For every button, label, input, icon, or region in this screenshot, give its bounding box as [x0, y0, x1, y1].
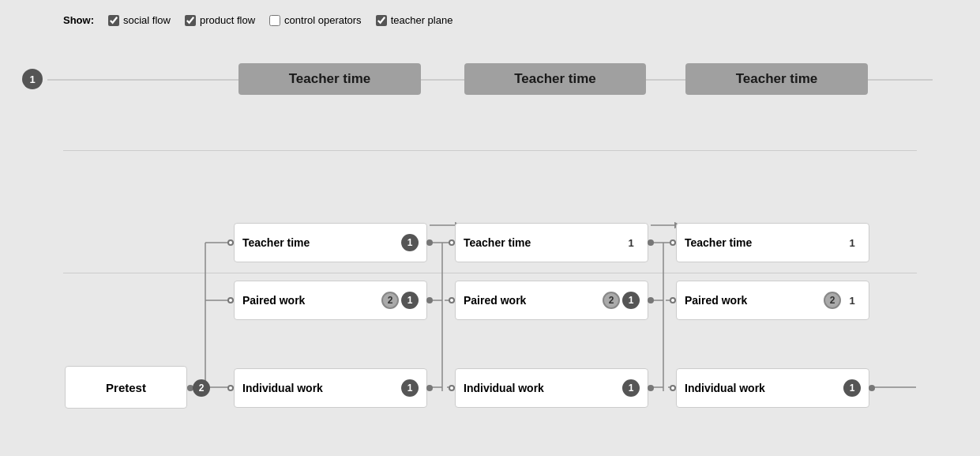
col2-iw-right-dot — [648, 385, 654, 391]
col2-teacher-time-box[interactable]: Teacher time 1 — [455, 223, 648, 262]
checkbox-social-flow[interactable]: social flow — [108, 14, 171, 26]
checkbox-social-flow-input[interactable] — [108, 15, 119, 26]
col2-tt-left-dot — [449, 239, 455, 246]
col2-teacher-time-badge1: 1 — [622, 234, 640, 251]
col1-individual-work-badges: 1 — [401, 379, 419, 397]
checkbox-product-flow-label: product flow — [200, 14, 255, 26]
col1-teacher-time-label: Teacher time — [242, 236, 401, 249]
col2-individual-work-label: Individual work — [464, 382, 622, 394]
teacher-time-box-1[interactable]: Teacher time — [238, 63, 421, 95]
col1-tt-right-dot — [426, 239, 433, 246]
divider-2 — [63, 273, 917, 273]
col2-paired-work-box[interactable]: Paired work 2 1 — [455, 281, 648, 320]
col1-paired-work-label: Paired work — [242, 294, 381, 307]
col2-iw-left-dot — [449, 385, 455, 391]
col2-pw-left-dot — [449, 297, 455, 303]
col2-paired-work-badge1: 2 — [603, 292, 620, 309]
checkbox-teacher-plane[interactable]: teacher plane — [376, 14, 453, 26]
checkbox-teacher-plane-label: teacher plane — [391, 14, 453, 26]
pretest-label: Pretest — [106, 381, 146, 394]
col3-paired-work-badge1: 2 — [824, 292, 841, 309]
pretest-badge: 2 — [193, 379, 210, 397]
col3-paired-work-box[interactable]: Paired work 2 1 — [676, 281, 869, 320]
col1-individual-work-badge1: 1 — [401, 379, 419, 397]
col2-paired-work-label: Paired work — [464, 294, 603, 307]
col3-tt-left-dot — [670, 239, 676, 246]
col2-tt-right-dot — [648, 239, 654, 246]
col1-individual-work-box[interactable]: Individual work 1 — [234, 368, 427, 408]
col3-paired-work-badges: 2 1 — [824, 292, 861, 309]
col3-individual-work-badge1: 1 — [843, 379, 861, 397]
teacher-time-box-3[interactable]: Teacher time — [685, 63, 868, 95]
divider-1 — [63, 150, 917, 151]
col3-individual-work-box[interactable]: Individual work 1 — [676, 368, 869, 408]
col2-individual-work-box[interactable]: Individual work 1 — [455, 368, 648, 408]
col2-individual-work-badges: 1 — [622, 379, 640, 397]
col2-pw-right-dot — [648, 297, 654, 303]
col1-individual-work-label: Individual work — [242, 382, 401, 394]
col3-iw-right-dot — [869, 385, 875, 391]
col1-teacher-time-box[interactable]: Teacher time 1 — [234, 223, 427, 262]
col3-paired-work-label: Paired work — [685, 294, 824, 307]
checkbox-teacher-plane-input[interactable] — [376, 15, 387, 26]
col2-paired-work-badge2: 1 — [622, 292, 640, 309]
col1-paired-work-badges: 2 1 — [381, 292, 419, 309]
col1-paired-work-badge2: 1 — [401, 292, 419, 309]
col3-iw-left-dot — [670, 385, 676, 391]
col2-teacher-time-badges: 1 — [622, 234, 640, 251]
col3-pw-left-dot — [670, 297, 676, 303]
col3-teacher-time-label: Teacher time — [685, 236, 843, 249]
col3-paired-work-badge2: 1 — [843, 292, 861, 309]
col1-tt-left-dot — [227, 239, 234, 246]
col2-individual-work-badge1: 1 — [622, 379, 640, 397]
checkbox-product-flow-input[interactable] — [185, 15, 196, 26]
col1-teacher-time-badge1: 1 — [401, 234, 419, 251]
col3-teacher-time-badge1: 1 — [843, 234, 861, 251]
checkbox-control-operators-label: control operators — [284, 14, 362, 26]
checkbox-control-operators[interactable]: control operators — [269, 14, 362, 26]
col1-iw-left-dot — [227, 385, 234, 391]
col3-teacher-time-badges: 1 — [843, 234, 861, 251]
col1-paired-work-box[interactable]: Paired work 2 1 — [234, 281, 427, 320]
checkbox-social-flow-label: social flow — [123, 14, 171, 26]
col1-paired-work-badge1: 2 — [381, 292, 399, 309]
col1-pw-left-dot — [227, 297, 234, 303]
checkbox-product-flow[interactable]: product flow — [185, 14, 255, 26]
col3-individual-work-label: Individual work — [685, 382, 843, 394]
teacher-time-box-2[interactable]: Teacher time — [464, 63, 646, 95]
col1-teacher-time-badges: 1 — [401, 234, 419, 251]
row1: 1 Teacher time Teacher time Teacher time — [0, 55, 980, 103]
col1-pw-right-dot — [426, 297, 433, 303]
checkbox-control-operators-input[interactable] — [269, 15, 280, 26]
col2-paired-work-badges: 2 1 — [603, 292, 640, 309]
col3-teacher-time-box[interactable]: Teacher time 1 — [676, 223, 869, 262]
show-label: Show: — [63, 14, 94, 26]
pretest-box[interactable]: Pretest — [65, 366, 187, 409]
toolbar: Show: social flow product flow control o… — [63, 14, 452, 26]
col2-teacher-time-label: Teacher time — [464, 236, 622, 249]
row1-badge: 1 — [22, 69, 43, 89]
col3-individual-work-badges: 1 — [843, 379, 861, 397]
col1-iw-right-dot — [426, 385, 433, 391]
